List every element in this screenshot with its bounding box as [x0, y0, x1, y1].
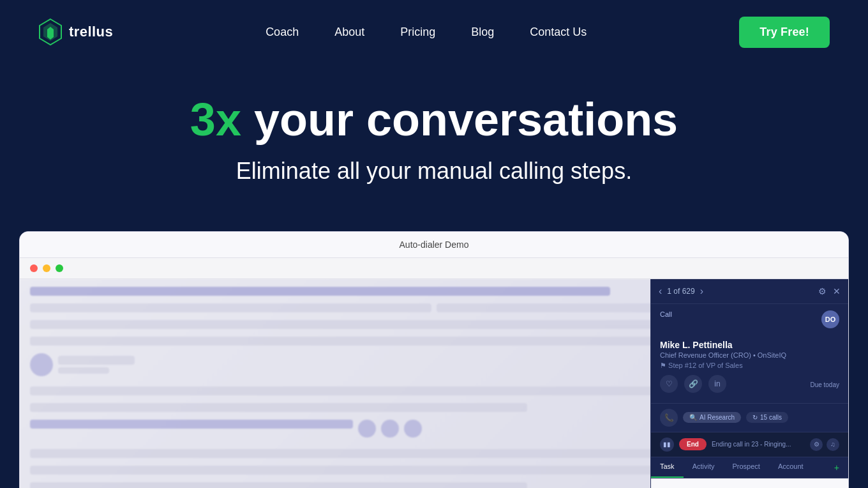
close-icon[interactable]: ✕ [833, 286, 841, 296]
nav-pricing[interactable]: Pricing [385, 19, 451, 45]
hero-section: 3x your conversations Eliminate all your… [0, 64, 868, 212]
nav-blog[interactable]: Blog [456, 19, 509, 45]
blur-row [30, 403, 527, 412]
tag-ai-research[interactable]: 🔍 AI Research [683, 412, 741, 423]
hero-headline-suffix: your conversations [241, 94, 678, 145]
tag-calls[interactable]: ↻ 15 calls [746, 412, 788, 423]
call-bar: ▮▮ End Ending call in 23 - Ringing... ⚙ … [651, 432, 848, 457]
nav-count: 1 of 629 [667, 287, 694, 296]
call-info: Mike L. Pettinella Chief Revenue Officer… [651, 332, 848, 403]
demo-window: ‹ 1 of 629 › ⚙ ✕ Call DO [20, 258, 848, 488]
demo-content: ‹ 1 of 629 › ⚙ ✕ Call DO [20, 279, 848, 488]
prev-arrow[interactable]: ‹ [659, 286, 662, 297]
nav-coach[interactable]: Coach [250, 19, 314, 45]
blur-row [30, 420, 353, 429]
add-tab-button[interactable]: + [825, 457, 848, 478]
main-nav: Coach About Pricing Blog Contact Us [250, 19, 602, 45]
tag-ai-label: AI Research [700, 414, 735, 421]
window-dot-green [56, 264, 63, 272]
call-header: Call DO [651, 304, 848, 332]
window-chrome [20, 258, 848, 279]
linkedin-icon[interactable]: in [708, 375, 726, 393]
blur-circle [404, 420, 422, 438]
hero-subheadline: Eliminate all your manual calling steps. [38, 156, 830, 187]
pause-button[interactable]: ▮▮ [660, 438, 674, 452]
action-icons: ♡ 🔗 in [660, 375, 726, 393]
hero-headline-prefix: 3x [190, 94, 241, 145]
music-icon[interactable]: ♫ [827, 438, 839, 451]
heart-icon[interactable]: ♡ [660, 375, 678, 393]
tags-row: 📞 🔍 AI Research ↻ 15 calls [651, 403, 848, 432]
panel-icons: ⚙ ✕ [818, 286, 841, 296]
blur-row [58, 356, 135, 365]
hero-headline: 3x your conversations [38, 95, 830, 145]
panel-nav: ‹ 1 of 629 › ⚙ ✕ [651, 279, 848, 304]
do-badge: DO [821, 310, 839, 328]
flag-icon: ⚑ [660, 362, 666, 369]
link-icon[interactable]: 🔗 [684, 375, 702, 393]
demo-container: Auto-dialer Demo [19, 231, 849, 488]
blur-circle [358, 420, 376, 438]
phone-icon: 📞 [660, 409, 678, 427]
window-dot-yellow [43, 264, 50, 272]
demo-label: Auto-dialer Demo [20, 232, 848, 258]
blur-row [58, 367, 109, 374]
settings-icon[interactable]: ⚙ [818, 286, 827, 296]
trellus-logo-icon [38, 18, 63, 46]
blur-row [30, 337, 692, 346]
search-icon: 🔍 [689, 414, 697, 421]
blur-row [30, 482, 527, 488]
logo-text: trellus [69, 24, 113, 40]
blur-circle [381, 420, 399, 438]
end-call-button[interactable]: End [679, 438, 707, 450]
tab-prospect[interactable]: Prospect [723, 457, 768, 478]
blur-row [30, 303, 431, 312]
call-panel: ‹ 1 of 629 › ⚙ ✕ Call DO [650, 279, 848, 488]
tab-task[interactable]: Task [651, 457, 684, 478]
nav-arrows: ‹ 1 of 629 › [659, 286, 703, 297]
window-dot-red [30, 264, 38, 272]
tab-account[interactable]: Account [769, 457, 812, 478]
contact-name: Mike L. Pettinella [660, 340, 839, 350]
contact-title: Chief Revenue Officer (CRO) • OnSiteIQ [660, 351, 839, 359]
nav-contact[interactable]: Contact Us [514, 19, 602, 45]
tag-calls-label: 15 calls [760, 414, 782, 421]
due-label: Due today [810, 381, 839, 388]
try-free-button[interactable]: Try Free! [739, 17, 830, 48]
call-type: Call [660, 310, 672, 318]
history-icon: ↻ [752, 414, 758, 421]
next-arrow[interactable]: › [700, 286, 703, 297]
blur-row [30, 287, 610, 296]
settings-icon-small[interactable]: ⚙ [810, 438, 823, 451]
logo-area: trellus [38, 18, 113, 46]
step-info-text: Step #12 of VP of Sales [668, 362, 743, 369]
notes-panel: 1. Overview: OnsiteIQ specializes in cap… [651, 478, 848, 488]
blur-row [30, 466, 692, 475]
step-info: ⚑ Step #12 of VP of Sales [660, 362, 839, 370]
ringing-text: Ending call in 23 - Ringing... [712, 441, 805, 448]
tab-activity[interactable]: Activity [684, 457, 724, 478]
tabs-row: Task Activity Prospect Account + [651, 457, 848, 478]
avatar [30, 353, 53, 376]
call-controls: ⚙ ♫ [810, 438, 839, 451]
nav-about[interactable]: About [319, 19, 380, 45]
site-header: trellus Coach About Pricing Blog Contact… [0, 0, 868, 64]
